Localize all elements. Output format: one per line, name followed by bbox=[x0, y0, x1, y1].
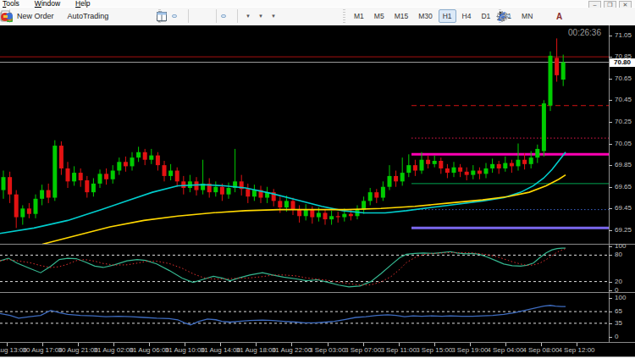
axis-tick bbox=[42, 343, 43, 346]
horizontal-line-tool[interactable] bbox=[526, 14, 531, 18]
tile-windows-button[interactable] bbox=[207, 14, 212, 18]
time-tick-label: 31 Aug 14:00 bbox=[201, 346, 240, 354]
templates-icon bbox=[156, 10, 168, 23]
autotrading-icon bbox=[0, 10, 14, 23]
chevron-down-icon: ▼ bbox=[246, 14, 251, 19]
timeframe-button-H4[interactable]: H4 bbox=[458, 9, 476, 23]
oscillator-panel[interactable] bbox=[0, 293, 635, 343]
time-tick-label: 31 Aug 22:00 bbox=[272, 346, 312, 354]
indicator-tick-label: 20 bbox=[615, 279, 622, 285]
templates-button[interactable]: ▼ bbox=[268, 12, 279, 20]
text-tool[interactable]: A bbox=[553, 10, 566, 23]
candlestick-chart-button[interactable] bbox=[172, 14, 177, 18]
arrows-tool[interactable] bbox=[567, 14, 572, 18]
timeframe-button-H1[interactable]: H1 bbox=[439, 9, 456, 23]
time-tick-label: 31 Aug 10:00 bbox=[165, 346, 205, 354]
trendline-tool[interactable] bbox=[533, 14, 538, 18]
time-tick-label: 3 Sep 11:00 bbox=[380, 346, 417, 354]
new-order-button[interactable]: New Order bbox=[14, 10, 57, 22]
axis-tick bbox=[149, 343, 150, 346]
zoom-in-button[interactable] bbox=[193, 14, 198, 18]
trading-platform-window: ToolsWindowHelp – ❐ ✕ N bbox=[0, 0, 635, 364]
vertical-line-tool[interactable] bbox=[519, 14, 524, 18]
time-tick-label: 31 Aug 18:00 bbox=[236, 346, 276, 354]
chevron-down-icon: ▼ bbox=[271, 14, 276, 19]
timeframe-button-M15[interactable]: M15 bbox=[390, 9, 413, 23]
axis-tick bbox=[609, 187, 612, 188]
price-tick-label: 69.65 bbox=[615, 184, 632, 190]
axis-tick bbox=[78, 343, 79, 346]
chart-window: 00:26:36 70.80 71.0570.8570.6570.4570.25… bbox=[0, 25, 635, 356]
price-tick-label: 71.05 bbox=[615, 32, 632, 39]
axis-tick bbox=[291, 343, 292, 346]
indicator-tick-label: 100 bbox=[615, 295, 626, 301]
time-tick-label: 3 Sep 03:00 bbox=[309, 346, 345, 354]
axis-tick bbox=[609, 246, 612, 247]
time-tick-label: 3 Sep 15:00 bbox=[416, 346, 452, 354]
autotrading-label: AutoTrading bbox=[68, 12, 109, 20]
periods-button[interactable]: ▼ bbox=[255, 12, 266, 20]
profiles-button[interactable] bbox=[58, 14, 64, 18]
axis-tick bbox=[113, 343, 114, 346]
menu-item-window[interactable]: Window bbox=[35, 0, 60, 7]
axis-tick bbox=[609, 100, 612, 101]
price-tick-label: 69.45 bbox=[615, 205, 632, 212]
axis-tick bbox=[256, 343, 257, 346]
axis-tick bbox=[609, 282, 612, 283]
indicator-tick-label: 0 bbox=[615, 287, 618, 294]
menu-item-help[interactable]: Help bbox=[75, 0, 90, 7]
axis-tick bbox=[434, 343, 435, 346]
new-order-label: New Order bbox=[17, 12, 54, 20]
axis-tick bbox=[577, 343, 577, 346]
price-tick-label: 70.05 bbox=[615, 141, 632, 147]
chart-shift-button[interactable] bbox=[228, 14, 233, 18]
time-tick-label: 30 Aug 17:00 bbox=[22, 346, 62, 354]
axis-tick bbox=[541, 343, 542, 346]
indicator-tick-label: 80 bbox=[615, 251, 622, 258]
time-tick-label: 3 Sep 07:00 bbox=[345, 346, 381, 354]
axis-tick bbox=[609, 79, 612, 80]
zoom-out-button[interactable] bbox=[200, 14, 205, 18]
axis-tick bbox=[609, 165, 612, 166]
axis-tick bbox=[609, 36, 612, 36]
chevron-down-icon: ▼ bbox=[258, 14, 263, 19]
autotrading-button[interactable]: AutoTrading bbox=[65, 10, 112, 22]
timeframe-button-M1[interactable]: M1 bbox=[350, 9, 368, 23]
menu-bar: ToolsWindowHelp bbox=[0, 0, 635, 7]
time-tick-label: 3 Sep 19:00 bbox=[451, 346, 488, 354]
stochastic-panel[interactable] bbox=[0, 244, 635, 292]
axis-tick bbox=[220, 343, 221, 346]
line-chart-button[interactable] bbox=[179, 14, 184, 18]
status-strip bbox=[0, 356, 635, 364]
axis-tick bbox=[609, 323, 612, 324]
price-tick-label: 69.85 bbox=[615, 162, 632, 168]
axis-tick bbox=[609, 298, 612, 299]
main-price-chart[interactable] bbox=[0, 25, 635, 245]
indicator-tick-label: 100 bbox=[615, 243, 626, 250]
axis-tick bbox=[609, 312, 612, 312]
menu-item-tools[interactable]: Tools bbox=[3, 0, 19, 7]
auto-scroll-button[interactable] bbox=[221, 14, 226, 18]
indicator-tick-label: 0 bbox=[615, 334, 618, 340]
indicators-button[interactable]: ▼ bbox=[242, 12, 253, 20]
crosshair-button[interactable] bbox=[512, 14, 517, 18]
toolbar: New Order AutoTrading bbox=[0, 8, 635, 26]
shapes-tool[interactable] bbox=[574, 14, 579, 18]
time-tick-label: 4 Sep 12:00 bbox=[558, 346, 594, 354]
time-tick-label: 31 Aug 06:00 bbox=[130, 346, 169, 354]
candle-countdown-timer: 00:26:36 bbox=[568, 28, 601, 37]
axis-tick bbox=[363, 343, 364, 346]
axis-tick bbox=[185, 343, 185, 346]
axis-tick bbox=[609, 57, 612, 58]
timeframe-button-D1[interactable]: D1 bbox=[477, 9, 494, 23]
indicator-tick-label: 65 bbox=[615, 308, 622, 315]
price-tick-label: 70.45 bbox=[615, 97, 632, 103]
axis-tick bbox=[470, 343, 471, 346]
price-tick-label: 70.85 bbox=[615, 53, 632, 60]
channel-tool[interactable] bbox=[539, 14, 544, 18]
axis-tick bbox=[609, 208, 612, 209]
timeframe-button-M5[interactable]: M5 bbox=[370, 9, 389, 23]
time-tick-label: 4 Sep 08:00 bbox=[522, 346, 559, 354]
fibonacci-tool[interactable] bbox=[546, 14, 551, 18]
timeframe-button-M30[interactable]: M30 bbox=[414, 9, 437, 23]
